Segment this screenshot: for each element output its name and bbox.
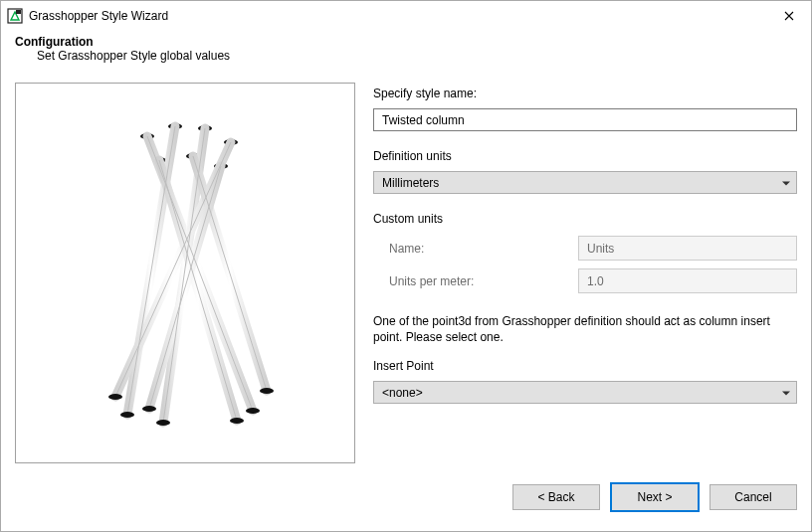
svg-point-24 bbox=[120, 412, 134, 418]
insert-point-value: <none> bbox=[382, 386, 423, 400]
wizard-header: Configuration Set Grasshopper Style glob… bbox=[1, 31, 811, 73]
definition-units-dropdown[interactable]: Millimeters bbox=[373, 171, 797, 194]
wizard-body: Specify style name: Definition units Mil… bbox=[1, 73, 811, 473]
custom-units-name-input: Units bbox=[578, 236, 797, 261]
definition-units-value: Millimeters bbox=[382, 176, 439, 190]
titlebar: Grasshopper Style Wizard bbox=[1, 1, 811, 31]
window-title: Grasshopper Style Wizard bbox=[29, 9, 766, 23]
custom-units-upm-label: Units per meter: bbox=[373, 274, 578, 288]
wizard-window: Grasshopper Style Wizard Configuration S… bbox=[0, 0, 812, 532]
style-name-label: Specify style name: bbox=[373, 87, 797, 100]
header-subtitle: Set Grasshopper Style global values bbox=[15, 49, 797, 63]
close-icon bbox=[784, 11, 794, 21]
svg-point-26 bbox=[108, 394, 122, 400]
svg-point-29 bbox=[142, 406, 156, 412]
insert-point-label: Insert Point bbox=[373, 359, 797, 373]
insert-point-dropdown[interactable]: <none> bbox=[373, 381, 797, 404]
svg-rect-1 bbox=[16, 10, 21, 14]
cancel-button[interactable]: Cancel bbox=[710, 484, 797, 510]
svg-point-25 bbox=[156, 420, 170, 426]
insert-point-help: One of the point3d from Grasshopper defi… bbox=[373, 313, 797, 345]
next-button[interactable]: Next > bbox=[610, 482, 700, 512]
app-icon bbox=[7, 8, 23, 24]
svg-point-28 bbox=[230, 418, 244, 424]
style-name-input[interactable] bbox=[373, 108, 797, 131]
close-button[interactable] bbox=[766, 1, 811, 31]
custom-units-name-label: Name: bbox=[373, 242, 578, 256]
back-button[interactable]: < Back bbox=[512, 484, 600, 510]
custom-units-group: Name: Units Units per meter: 1.0 bbox=[373, 236, 797, 293]
svg-point-23 bbox=[246, 408, 260, 414]
custom-units-title: Custom units bbox=[373, 212, 797, 226]
definition-units-label: Definition units bbox=[373, 149, 797, 163]
chevron-down-icon bbox=[782, 181, 790, 185]
preview-pane bbox=[15, 83, 355, 463]
custom-units-upm-input: 1.0 bbox=[578, 268, 797, 293]
header-title: Configuration bbox=[15, 35, 797, 49]
wizard-footer: < Back Next > Cancel bbox=[1, 473, 811, 531]
svg-point-27 bbox=[260, 388, 274, 394]
chevron-down-icon bbox=[782, 391, 790, 395]
form-pane: Specify style name: Definition units Mil… bbox=[373, 83, 797, 463]
preview-image bbox=[56, 114, 314, 433]
